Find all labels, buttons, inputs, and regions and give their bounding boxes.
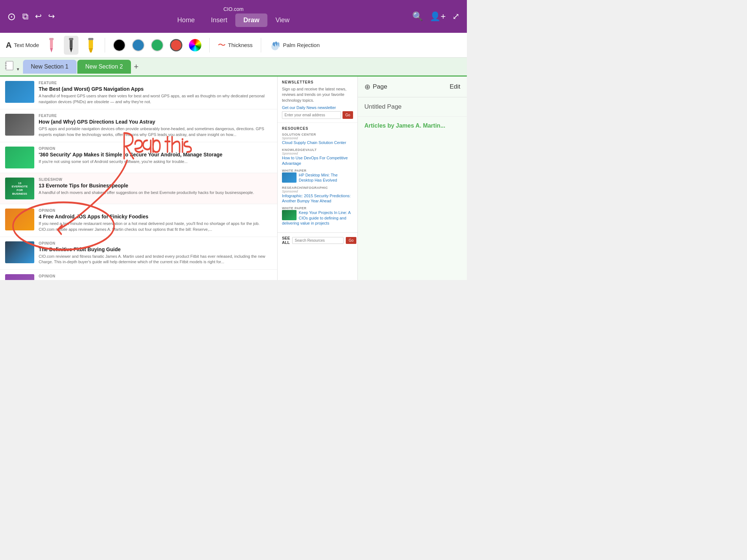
svg-rect-13 [5,67,7,69]
search-icon[interactable]: 🔍 [412,11,423,22]
svg-rect-12 [5,65,7,66]
svg-rect-10 [6,61,13,70]
thickness-icon: 〜 [218,40,226,51]
list-item: OPINION '360 Security' App Makes it Simp… [0,142,277,173]
newsletters-link[interactable]: Get our Daily News newsletter [282,105,353,110]
redo-icon[interactable]: ↪ [48,12,55,21]
search-resources-go-button[interactable]: Go [346,237,356,244]
sidebar: ⊕ Page Edit Untitled Page Articles by Ja… [357,77,467,280]
notebooks-icon[interactable]: ⧉ [22,11,28,22]
thickness-button[interactable]: 〜 Thickness [218,40,253,51]
article-desc: If you need a last minute restaurant res… [39,221,272,232]
top-bar-left: ⊙ ⧉ ↩ ↪ [7,11,55,23]
color-green[interactable] [151,39,163,51]
sidebar-header: ⊕ Page Edit [358,77,467,97]
list-item: FEATURE The Best (and Worst) GPS Navigat… [0,77,277,109]
article-title[interactable]: Hopper Flight Search App for iOS Finds C… [39,279,272,280]
article-category: OPINION [39,241,272,245]
article-desc: GPS apps and portable navigation devices… [39,126,272,137]
nav-tab-home[interactable]: Home [169,13,203,27]
highlighter-button[interactable] [85,37,97,53]
palm-rejection-icon [269,39,281,51]
section-tab-2[interactable]: New Section 2 [77,60,131,74]
article-list: FEATURE The Best (and Worst) GPS Navigat… [0,77,277,280]
article-text: FEATURE How (and Why) GPS Directions Lea… [39,114,272,137]
color-red[interactable] [170,39,182,51]
resource-title[interactable]: Cloud Supply Chain Solution Center [282,140,353,145]
email-input[interactable] [282,111,341,119]
undo-icon[interactable]: ↩ [35,12,42,21]
top-bar-right: 🔍 👤+ ⤢ [412,11,460,22]
resource-title[interactable]: How to Use DevOps For Competitive Advant… [282,155,353,166]
back-circle-icon[interactable]: ⊙ [7,11,16,23]
article-title[interactable]: '360 Security' App Makes it Simple to Se… [39,151,272,158]
text-mode-label: Text Mode [14,42,39,48]
sections-bar: ▾ New Section 1 New Section 2 + [0,58,467,77]
resource-title[interactable]: Infographic: 2015 Security Predictions: … [282,193,353,204]
notebook-icon[interactable]: ▾ [4,61,19,73]
text-mode-icon: A [6,40,12,50]
list-item: 13EVERNOTEFORBUSINESS SLIDESHOW 13 Evern… [0,173,277,204]
resource-type: KNOWLEDGEVAULT [282,148,353,152]
expand-icon[interactable]: ⤢ [452,11,460,22]
text-mode-button[interactable]: A Text Mode [6,40,39,50]
resource-item: WHITE PAPER HP Desktop Mini: The Desktop… [282,169,353,183]
article-category: OPINION [39,147,272,151]
color-blue[interactable] [132,39,144,51]
nav-tab-insert[interactable]: Insert [203,13,235,27]
sidebar-untitled-page[interactable]: Untitled Page [358,97,467,117]
article-thumb [5,81,34,103]
list-item: OPINION 4 Free Android, iOS Apps for Fin… [0,204,277,237]
list-item: OPINION The Definitive Fitbit Buying Gui… [0,237,277,270]
article-title[interactable]: 4 Free Android, iOS Apps for Finicky Foo… [39,213,272,220]
divider3 [261,38,261,52]
pen-dark-button[interactable] [64,36,78,55]
resource-type: RESEARCH/INFOGRAPHIC [282,186,353,190]
add-section-button[interactable]: + [134,62,139,71]
nav-tab-draw[interactable]: Draw [235,13,267,27]
resource-item: KNOWLEDGEVAULT Sponsored How to Use DevO… [282,148,353,166]
article-text: OPINION 4 Free Android, iOS Apps for Fin… [39,209,272,232]
newsletters-desc: Sign up and receive the latest news, rev… [282,86,353,103]
resource-sponsored: Sponsored [282,152,353,155]
resources-title: RESOURCES [282,127,353,131]
divider1 [105,38,105,52]
pen-pink-icon [46,37,57,53]
article-category: FEATURE [39,114,272,118]
nav-tabs: Home Insert Draw View [169,13,298,27]
highlighter-icon [85,37,97,53]
toolbar: A Text Mode 〜 Thickness [0,33,467,58]
notebook-svg [4,61,15,71]
article-title[interactable]: How (and Why) GPS Directions Lead You As… [39,118,272,125]
edit-button[interactable]: Edit [450,83,460,90]
pen-pink-button[interactable] [46,37,57,53]
resource-thumb [282,172,297,183]
article-text: OPINION '360 Security' App Makes it Simp… [39,147,272,168]
main-content: FEATURE The Best (and Worst) GPS Navigat… [0,77,467,280]
color-black[interactable] [113,39,125,51]
top-bar: ⊙ ⧉ ↩ ↪ CIO.com Home Insert Draw View 🔍 … [0,0,467,33]
color-wheel[interactable] [189,39,201,51]
svg-rect-5 [69,38,73,40]
palm-rejection-button[interactable]: Palm Rejection [269,39,320,51]
nav-tab-view[interactable]: View [267,13,298,27]
add-user-icon[interactable]: 👤+ [430,11,446,22]
see-all-button[interactable]: SEE ALL [282,236,290,245]
resource-type: SOLUTION CENTER [282,133,353,136]
article-desc: If you're not using some sort of Android… [39,159,272,164]
search-resources-input[interactable] [292,237,344,244]
section-tab-1[interactable]: New Section 1 [23,60,77,74]
article-title[interactable]: 13 Evernote Tips for Businesspeople [39,182,272,189]
newsletter-go-button[interactable]: Go [342,111,353,119]
article-title[interactable]: The Definitive Fitbit Buying Guide [39,246,272,253]
article-thumb [5,241,34,263]
newsletters-title: NEWSLETTERS [282,80,353,84]
article-thumb [5,114,34,136]
site-name: CIO.com [223,6,243,12]
sidebar-articles-link[interactable]: Articles by James A. Martin... [358,117,467,135]
newsletters-section: NEWSLETTERS Sign up and receive the late… [278,77,357,123]
article-title[interactable]: The Best (and Worst) GPS Navigation Apps [39,86,272,92]
article-thumb: 13EVERNOTEFORBUSINESS [5,178,34,199]
article-category: OPINION [39,209,272,213]
list-item: OPINION Hopper Flight Search App for iOS… [0,270,277,280]
